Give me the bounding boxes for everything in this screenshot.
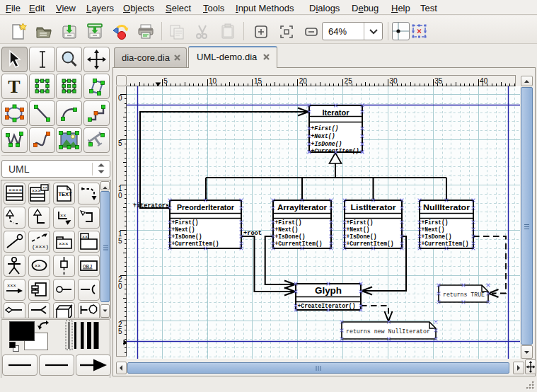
svg-text:returns new NullIterator: returns new NullIterator [346, 328, 430, 335]
svg-text:+root: +root [243, 230, 262, 237]
svg-text:×××: ××× [7, 283, 16, 289]
svg-text:+IsDone(): +IsDone() [422, 234, 452, 241]
svg-text:+First(): +First() [275, 219, 302, 226]
svg-text:0: 0 [118, 282, 122, 290]
svg-text:20: 20 [299, 77, 308, 85]
svg-text:OBJ: OBJ [83, 263, 93, 269]
svg-text:35: 35 [434, 77, 443, 85]
svg-text:+Next(): +Next() [172, 226, 195, 234]
svg-text:××: ×× [60, 213, 66, 219]
svg-text:NullIterator: NullIterator [423, 203, 470, 212]
svg-text:10: 10 [209, 77, 217, 85]
svg-text:+First(): +First() [172, 219, 199, 226]
svg-text:+First(): +First() [347, 219, 374, 226]
svg-text:+CurrentItem(): +CurrentItem() [172, 241, 219, 248]
svg-text:returns TRUE: returns TRUE [443, 292, 485, 299]
svg-text:PreorderIterator: PreorderIterator [177, 203, 235, 212]
svg-text:30: 30 [389, 77, 398, 85]
svg-text:5: 5 [118, 139, 122, 147]
svg-text:+iterators: +iterators [133, 202, 169, 209]
svg-text:+CurrentItem(): +CurrentItem() [422, 241, 469, 248]
svg-text:25: 25 [345, 77, 353, 85]
svg-text:+First(): +First() [422, 219, 449, 226]
svg-text:+IsDone(): +IsDone() [172, 234, 202, 241]
svg-text:5: 5 [163, 77, 168, 85]
svg-text:0: 0 [118, 192, 122, 200]
svg-text:××: ×× [42, 185, 48, 190]
svg-text:0: 0 [118, 94, 122, 102]
svg-text:+Next(): +Next() [347, 226, 370, 234]
svg-text:(×××): (×××) [32, 243, 49, 250]
svg-text:TEXT: TEXT [58, 191, 72, 197]
svg-text:×××: ××× [32, 188, 41, 194]
svg-text:T: T [8, 76, 20, 97]
svg-text:××××: ×××× [8, 187, 22, 193]
svg-text:+CurrentItem(): +CurrentItem() [347, 241, 394, 248]
svg-text:××: ×× [35, 263, 40, 269]
svg-text:ArrayIterator: ArrayIterator [277, 203, 328, 212]
svg-text:+Next(): +Next() [275, 226, 299, 234]
svg-text:×××: ××× [59, 241, 69, 247]
svg-text:5: 5 [118, 237, 122, 245]
svg-text:40: 40 [480, 77, 488, 85]
svg-text:+First(): +First() [311, 125, 339, 132]
svg-text:+Next(): +Next() [422, 226, 445, 234]
svg-text:5: 5 [118, 328, 122, 335]
svg-text:+CurrentItem(): +CurrentItem() [275, 241, 323, 248]
svg-text:+Next(): +Next() [311, 133, 335, 140]
svg-text:15: 15 [254, 77, 262, 85]
svg-text:Glyph: Glyph [315, 286, 342, 296]
svg-text:Iterator: Iterator [323, 108, 350, 117]
svg-text:+IsDone(): +IsDone() [347, 234, 377, 241]
svg-text:+IsDone(): +IsDone() [311, 141, 342, 148]
svg-text:ListIterator: ListIterator [351, 203, 397, 212]
svg-text:+IsDone(): +IsDone() [275, 234, 306, 241]
